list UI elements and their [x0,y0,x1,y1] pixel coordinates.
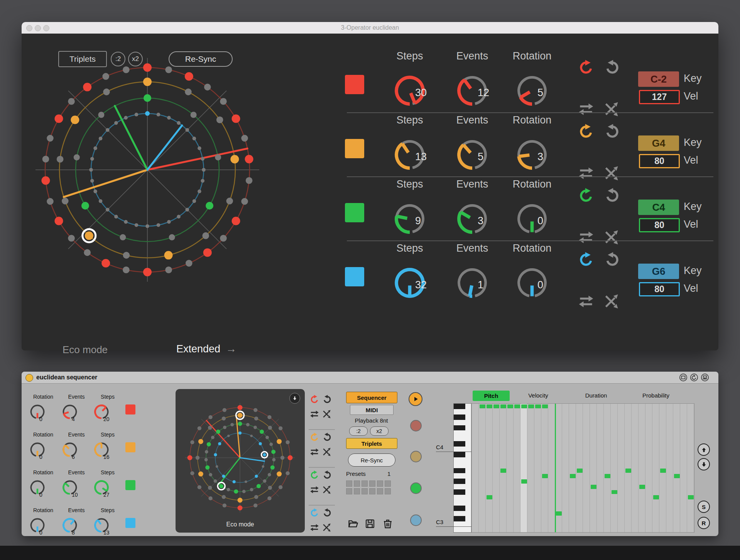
note-cell[interactable] [528,404,534,409]
rotate-ccw-icon[interactable] [604,123,621,140]
eco-mode-label[interactable]: Eco mode [176,521,305,528]
key-value-box[interactable]: G6 [638,264,679,279]
rotate-cw-icon[interactable] [578,251,595,268]
octave-up-button[interactable] [698,443,710,456]
grid-column[interactable] [562,404,569,532]
grid-column[interactable] [645,404,652,532]
rotate-cw-icon[interactable] [309,470,319,480]
solo-button[interactable]: S [698,501,710,513]
note-cell[interactable] [660,469,666,473]
tab-duration[interactable]: Duration [577,392,615,399]
eco-mode-label[interactable]: Eco mode [63,344,108,356]
grid-column[interactable] [583,404,590,532]
grid-column[interactable] [597,404,604,532]
preset-slot[interactable] [385,488,391,494]
preset-slot[interactable] [369,488,375,494]
note-grid[interactable] [471,403,694,533]
tab-probability[interactable]: Probability [637,392,675,399]
note-cell[interactable] [591,485,596,489]
rotate-cw-icon[interactable] [578,59,595,76]
rotate-cw-icon[interactable] [578,123,595,140]
grid-column[interactable] [590,404,597,532]
note-cell[interactable] [487,495,492,499]
note-cell[interactable] [500,469,506,473]
shuffle-icon[interactable] [604,293,621,310]
vel-value-box[interactable]: 80 [639,154,680,168]
tab-velocity[interactable]: Velocity [519,392,558,399]
grid-column[interactable] [514,404,520,532]
grid-column[interactable] [507,404,514,532]
play-button[interactable] [409,392,422,406]
midi-mode-button[interactable]: MIDI [350,405,394,415]
grid-column[interactable] [576,404,583,532]
note-cell[interactable] [556,511,562,516]
note-cell[interactable] [480,404,485,409]
note-cell[interactable] [535,404,541,409]
rotate-cw-icon[interactable] [309,508,319,518]
rotate-cw-icon[interactable] [578,187,595,204]
grid-column[interactable] [639,404,645,532]
device-on-toggle[interactable] [25,374,33,382]
grid-column[interactable] [520,404,527,532]
grid-column[interactable] [618,404,625,532]
track-2-led[interactable] [410,451,422,462]
swap-icon[interactable] [309,523,319,533]
resync-button[interactable]: Re-Sync [348,453,395,467]
grid-column[interactable] [666,404,673,532]
grid-column[interactable] [479,404,486,532]
note-cell[interactable] [639,485,645,489]
map-mode-icon[interactable] [679,373,688,382]
rotate-ccw-icon[interactable] [604,251,621,268]
grid-column[interactable] [569,404,576,532]
preset-number[interactable]: 1 [387,470,390,477]
window-titlebar[interactable]: 3-Operator euclidean [22,22,718,34]
track-color-swatch[interactable] [345,75,364,94]
note-cell[interactable] [612,490,617,494]
shuffle-icon[interactable] [322,523,332,533]
sequencer-mode-button[interactable]: Sequencer [346,392,397,403]
note-cell[interactable] [493,404,499,409]
grid-column[interactable] [680,404,687,532]
record-button[interactable]: R [698,517,710,529]
preset-slot[interactable] [362,488,368,494]
preset-slot[interactable] [385,480,391,487]
note-cell[interactable] [521,404,527,409]
preset-slot[interactable] [346,488,352,494]
note-cell[interactable] [653,495,659,499]
hot-swap-icon[interactable] [690,373,698,382]
grid-column[interactable] [652,404,659,532]
grid-column[interactable] [625,404,632,532]
rotate-ccw-icon[interactable] [604,59,621,76]
vel-value-box[interactable]: 80 [639,218,680,232]
grid-column[interactable] [659,404,666,532]
preset-slot[interactable] [377,488,383,494]
note-cell[interactable] [521,479,527,484]
rotate-ccw-icon[interactable] [322,470,332,480]
shuffle-icon[interactable] [322,447,332,457]
swap-icon[interactable] [309,485,319,495]
divide-2-button[interactable]: :2 [349,426,368,436]
track-color-swatch[interactable] [125,518,135,528]
device-titlebar[interactable]: euclidean sequencer [22,372,718,384]
preset-slot[interactable] [377,480,383,487]
note-cell[interactable] [542,404,548,409]
vel-value-box[interactable]: 127 [639,90,680,104]
track-color-swatch[interactable] [125,480,135,490]
track-color-swatch[interactable] [345,203,364,222]
track-color-swatch[interactable] [345,139,364,158]
extended-mode-label[interactable]: Extended→ [176,343,237,355]
preset-slot[interactable] [354,480,360,487]
track-4-led[interactable] [410,514,422,526]
preset-slots[interactable] [346,480,391,494]
rotate-ccw-icon[interactable] [322,432,332,442]
grid-column[interactable] [604,404,611,532]
grid-column[interactable] [493,404,500,532]
collapse-panel-button[interactable] [289,393,300,404]
grid-column[interactable] [500,404,507,532]
rotate-ccw-icon[interactable] [604,187,621,204]
rotate-cw-icon[interactable] [309,432,319,442]
playback-rate-label[interactable]: Playback 8nt [346,417,397,424]
grid-column[interactable] [611,404,618,532]
grid-column[interactable] [527,404,534,532]
preset-slot[interactable] [346,480,352,487]
